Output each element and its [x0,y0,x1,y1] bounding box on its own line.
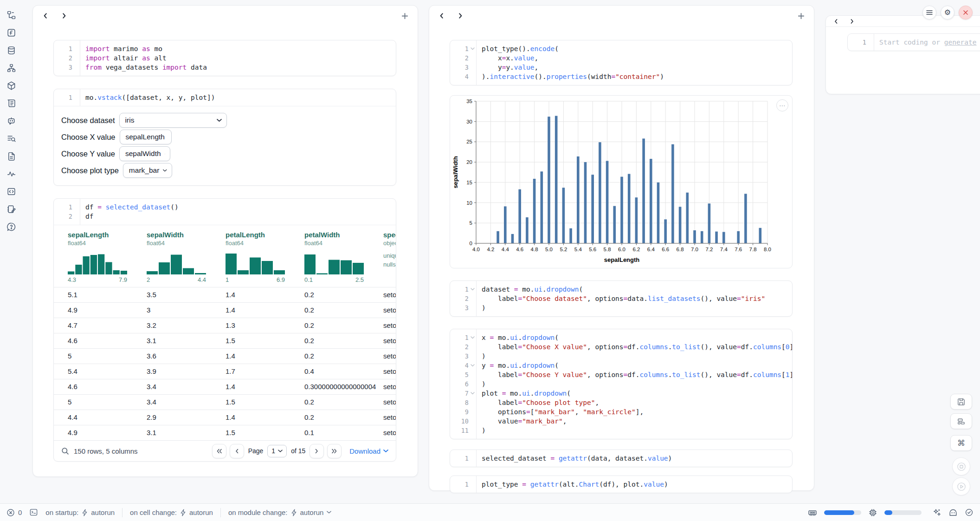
chevron-right-icon[interactable] [849,19,855,24]
table-row[interactable]: 4.63.41.40.30000000000000004setosa [54,379,396,395]
code-line[interactable]: 1dataset = mo.ui.dropdown( [450,285,792,294]
error-count[interactable]: 0 [6,508,22,517]
first-page-button[interactable] [212,444,226,458]
autorun-config-item[interactable]: on module change:autorun [228,508,331,516]
table-row[interactable]: 5.43.91.70.4setosa [54,364,396,379]
column-header-sepalLength[interactable]: sepalLengthfloat644.37.9 [61,231,140,287]
graph-icon[interactable] [6,62,17,73]
chat-bot-icon[interactable] [6,115,17,126]
table-row[interactable]: 4.63.11.50.2setosa [54,333,396,349]
imports-code-cell[interactable]: 1import marimo as mo2import altair as al… [53,40,396,76]
code-line[interactable]: 2 x=x.value, [450,53,792,63]
dataset-select[interactable]: iris [119,113,227,128]
last-page-button[interactable] [327,444,342,458]
save-button[interactable] [950,394,972,410]
function-icon[interactable] [6,27,17,38]
fold-icon[interactable] [469,285,476,294]
chevron-left-icon[interactable] [42,13,49,19]
code-line[interactable]: 1x = mo.ui.dropdown( [450,333,792,342]
add-cell-icon[interactable] [401,13,408,20]
plot-type-select[interactable]: mark_bar [123,163,172,178]
dataframe-code-cell[interactable]: 1df = selected_dataset()2df sepalLengthf… [53,198,396,462]
chevron-right-icon[interactable] [457,13,464,19]
terminal-button[interactable] [29,508,38,517]
fold-icon[interactable] [469,389,476,398]
stop-button[interactable] [952,457,970,475]
code-line[interactable]: 1selected_dataset = getattr(data, datase… [450,454,792,463]
code-line[interactable]: 4).interactive().properties(width="conta… [450,72,792,81]
table-row[interactable]: 5.13.51.40.2setosa [54,287,396,303]
code-line[interactable]: 6) [450,379,792,389]
chart-options-icon[interactable]: ⋯ [776,99,788,111]
column-header-species[interactable]: speciesobjectunique:nulls: [377,231,396,287]
code-line[interactable]: 5 label="Choose Y value", options=df.col… [450,370,792,379]
code-line[interactable]: 10 value="mark_bar", [450,417,792,426]
add-cell-icon[interactable] [798,13,805,20]
code-line[interactable]: 3) [450,352,792,361]
table-row[interactable]: 4.42.91.40.2setosa [54,410,396,425]
table-row[interactable]: 4.931.40.2setosa [54,303,396,318]
column-header-sepalWidth[interactable]: sepalWidthfloat6424.4 [140,231,219,287]
autorun-config-item[interactable]: on cell change:autorun [130,508,213,516]
shutdown-button[interactable] [959,6,973,20]
chevron-right-icon[interactable] [61,13,67,19]
code-line[interactable]: 1import marimo as mo [54,44,396,53]
bar-chart[interactable]: 4.04.24.44.64.85.05.25.45.65.86.06.26.46… [450,96,793,268]
fold-icon[interactable] [469,361,476,370]
activity-icon[interactable] [6,168,17,179]
code-line[interactable]: 4y = mo.ui.dropdown( [450,361,792,370]
list-search-icon[interactable] [6,133,17,144]
plot-type-code-cell[interactable]: 1plot_type = getattr(alt.Chart(df), plot… [450,475,793,493]
code-line[interactable]: 1Start coding or generate with [848,38,980,47]
next-page-button[interactable] [309,444,324,458]
scroll-icon[interactable] [6,98,17,109]
code-line[interactable]: 2import altair as alt [54,53,396,63]
notebook-pen-icon[interactable] [6,203,17,215]
file-tree-icon[interactable] [6,9,17,20]
chevron-left-icon[interactable] [833,19,839,24]
x-value-select[interactable]: sepalLength [120,130,172,144]
code-icon[interactable] [6,186,17,197]
code-line[interactable]: 3) [450,303,792,313]
document-icon[interactable] [6,150,17,162]
chat-assistant-button[interactable] [948,508,958,517]
table-row[interactable]: 53.61.40.2setosa [54,349,396,364]
help-icon[interactable] [6,221,17,232]
ai-assist-button[interactable] [932,508,941,517]
package-icon[interactable] [6,80,17,91]
search-icon[interactable] [61,447,69,455]
settings-button[interactable]: ⚙ [941,6,954,20]
layout-button[interactable] [950,413,972,429]
code-line[interactable]: 11) [450,426,792,435]
code-line[interactable]: 1plot_type().encode( [450,44,792,53]
fold-icon[interactable] [469,333,476,342]
prev-page-button[interactable] [230,444,244,458]
code-line[interactable]: 1df = selected_dataset() [54,202,396,212]
chart-output[interactable]: 4.04.24.44.64.85.05.25.45.65.86.06.26.46… [450,95,793,268]
menu-button[interactable] [922,6,936,20]
dataset-dropdown-code-cell[interactable]: 1dataset = mo.ui.dropdown(2 label="Choos… [450,280,793,317]
connection-status-button[interactable] [965,508,974,517]
column-header-petalWidth[interactable]: petalWidthfloat640.12.5 [298,231,377,287]
code-line[interactable]: 1plot_type = getattr(alt.Chart(df), plot… [450,480,792,489]
code-line[interactable]: 3 y=y.value, [450,63,792,72]
column-header-petalLength[interactable]: petalLengthfloat6416.9 [219,231,298,287]
database-icon[interactable] [6,45,17,56]
vstack-code-cell[interactable]: 1mo.vstack([dataset, x, y, plot]) Choose… [53,89,396,186]
keyboard-shortcuts-button[interactable]: ⌘ [950,435,972,451]
table-row[interactable]: 53.41.50.2setosa [54,395,396,410]
code-line[interactable]: 8 label="Choose plot type", [450,398,792,407]
code-line[interactable]: 1mo.vstack([dataset, x, y, plot]) [54,93,396,102]
selected-dataset-code-cell[interactable]: 1selected_dataset = getattr(data, datase… [450,449,793,467]
download-button[interactable]: Download [349,447,388,455]
xy-plot-dropdowns-code-cell[interactable]: 1x = mo.ui.dropdown(2 label="Choose X va… [450,329,793,439]
chevron-left-icon[interactable] [438,13,445,19]
code-line[interactable]: 3from vega_datasets import data [54,63,396,72]
fold-icon[interactable] [469,44,476,53]
page-select[interactable]: 1 [267,445,287,457]
y-value-select[interactable]: sepalWidth [119,146,170,161]
code-line[interactable]: 2 label="Choose X value", options=df.col… [450,342,792,352]
table-row[interactable]: 4.73.21.30.2setosa [54,318,396,333]
autorun-config-item[interactable]: on startup:autorun [45,508,115,516]
table-row[interactable]: 4.93.11.50.1setosa [54,425,396,441]
